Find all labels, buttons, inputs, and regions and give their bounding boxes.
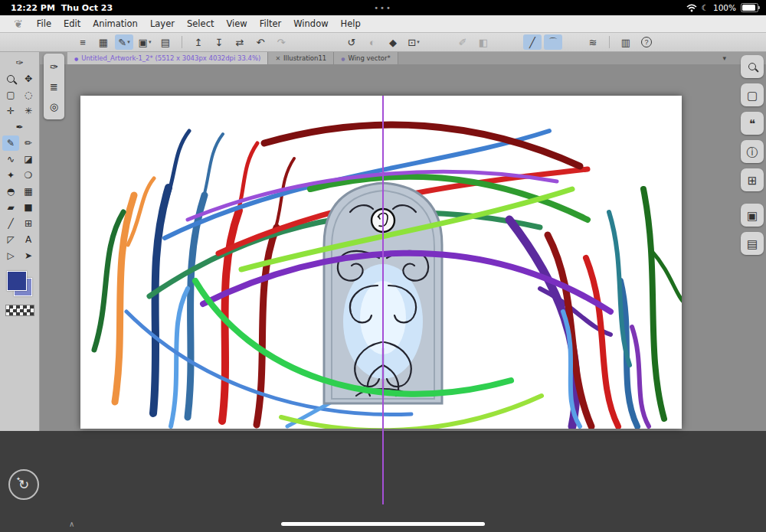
- crop-icon: ⊡: [408, 38, 416, 47]
- marquee-tool[interactable]: ▢: [2, 87, 19, 103]
- layer-panel-icon: ▤: [161, 38, 170, 47]
- flip-canvas-button[interactable]: ⇄: [231, 34, 249, 50]
- flip-canvas-icon: ⇄: [236, 38, 244, 47]
- gradient-button[interactable]: ◧: [474, 34, 493, 50]
- window-grid-button[interactable]: ⊞: [741, 168, 764, 191]
- canvas-rotate-reset-button[interactable]: ✦ ↻: [8, 469, 39, 500]
- brush-tool[interactable]: ✑: [11, 55, 28, 70]
- menu-filter[interactable]: Filter: [254, 16, 287, 32]
- canvas[interactable]: [80, 96, 682, 429]
- information-button[interactable]: ⓘ: [741, 140, 764, 163]
- import-button[interactable]: ↧: [210, 34, 228, 50]
- tool-row: ✒: [2, 119, 37, 135]
- tab-illustration11[interactable]: ✕ Illustration11: [268, 52, 334, 64]
- sub-tool-button[interactable]: ✑: [47, 59, 62, 74]
- vertical-guide-line[interactable]: [382, 96, 384, 504]
- polyline-tool[interactable]: ◸: [2, 232, 19, 247]
- export-icon: ↥: [195, 38, 203, 47]
- opacity-button[interactable]: ◐: [363, 34, 381, 50]
- expand-chevron-icon[interactable]: ∧: [69, 520, 74, 528]
- main-menu-button[interactable]: ≡: [74, 34, 92, 50]
- rotate-canvas-button[interactable]: ↺: [342, 34, 361, 50]
- redo-button[interactable]: ↷: [272, 34, 290, 50]
- panel-dock: ▢❝ⓘ⊞▣▤: [741, 55, 764, 255]
- polygon-tool-icon: ▷: [7, 251, 14, 260]
- tab-wing-vector[interactable]: ● Wing vector*: [334, 52, 398, 64]
- hand-tool[interactable]: ✥: [20, 71, 37, 86]
- subview-button[interactable]: ▣: [741, 204, 764, 227]
- color-swatches: [7, 271, 33, 297]
- help-icon: ?: [641, 37, 652, 47]
- notebook-button[interactable]: ▥: [617, 34, 635, 50]
- curve-mode-button[interactable]: ⌒: [544, 34, 562, 50]
- close-icon[interactable]: ✕: [275, 55, 280, 62]
- app-logo-icon[interactable]: ❦: [14, 18, 23, 30]
- layer-panel-button[interactable]: ▤: [156, 34, 175, 50]
- line-mode-button[interactable]: ╱: [523, 34, 542, 50]
- stroke-width-button[interactable]: ≋: [584, 34, 602, 50]
- export-button[interactable]: ↥: [189, 34, 208, 50]
- spark-icon: ✦: [16, 476, 21, 482]
- transparent-color-swatch[interactable]: [5, 305, 34, 316]
- undo-button[interactable]: ↶: [251, 34, 270, 50]
- search-button[interactable]: [741, 55, 764, 78]
- tab-untitled-artwork[interactable]: ● Untitled_Artwork-1_2* (5512 x 3043px 4…: [67, 52, 268, 64]
- blend-tool[interactable]: ❍: [20, 168, 37, 183]
- subview-icon: ▣: [747, 210, 758, 221]
- vector-tool[interactable]: ∿: [2, 152, 19, 167]
- sub-tool-panel: ✑≣◎: [44, 54, 64, 119]
- select-overlay-button[interactable]: ▦: [94, 34, 113, 50]
- menu-select[interactable]: Select: [181, 16, 220, 32]
- menu-help[interactable]: Help: [335, 16, 367, 32]
- text-tool[interactable]: A: [20, 232, 37, 247]
- object-tool[interactable]: ➤: [20, 248, 37, 263]
- tab-overflow-button[interactable]: ▾: [718, 52, 731, 64]
- layers-button[interactable]: ▤: [741, 232, 764, 255]
- pencil-tool[interactable]: ✎: [2, 135, 19, 151]
- grid-tool[interactable]: ⊞: [20, 216, 37, 231]
- menu-edit[interactable]: Edit: [57, 16, 87, 32]
- menu-window[interactable]: Window: [287, 16, 334, 32]
- multitask-dots[interactable]: •••: [0, 4, 766, 12]
- transform-icon: ▣: [139, 38, 148, 47]
- line-figure-tool[interactable]: ╱: [2, 216, 19, 231]
- pen-tool[interactable]: ✏: [20, 135, 37, 151]
- menu-view[interactable]: View: [220, 16, 253, 32]
- eraser-block-tool[interactable]: ▰: [2, 200, 19, 215]
- blend-mode-icon: ◆: [389, 38, 397, 47]
- tool-row: ▷➤: [2, 248, 37, 263]
- transform-button[interactable]: ▣▾: [136, 34, 154, 50]
- menu-animation[interactable]: Animation: [87, 16, 144, 32]
- quick-access-button[interactable]: ❝: [741, 112, 764, 135]
- solid-tool[interactable]: ■: [20, 200, 37, 215]
- fill-tool[interactable]: ◓: [2, 184, 19, 199]
- brush-size-button[interactable]: ◎: [47, 99, 62, 114]
- blend-mode-button[interactable]: ◆: [384, 34, 402, 50]
- home-indicator[interactable]: [281, 522, 485, 526]
- tool-property-button[interactable]: ≣: [47, 79, 62, 94]
- selection-pen-button[interactable]: ✐: [453, 34, 472, 50]
- polygon-tool[interactable]: ▷: [2, 248, 19, 263]
- pattern-tool[interactable]: ▦: [20, 184, 37, 199]
- opacity-icon: ◐: [369, 38, 375, 47]
- primary-color-swatch[interactable]: [7, 271, 27, 291]
- display-button[interactable]: ▢: [741, 83, 764, 106]
- zoom-tool[interactable]: [2, 71, 19, 86]
- move-tool[interactable]: ✛: [2, 103, 19, 119]
- edit-mode-button[interactable]: ✎▾: [115, 34, 133, 50]
- snap-tool[interactable]: ✳: [20, 103, 37, 119]
- grid-tool-icon: ⊞: [25, 219, 32, 228]
- eraser-tool[interactable]: ◪: [20, 152, 37, 167]
- paint-tool[interactable]: ✦: [2, 168, 19, 183]
- gradient-icon: ◧: [479, 38, 488, 47]
- crop-button[interactable]: ⊡▾: [404, 34, 423, 50]
- menu-file[interactable]: File: [31, 16, 57, 32]
- help-button[interactable]: ?: [637, 34, 656, 50]
- vector-tool-icon: ∿: [7, 155, 15, 164]
- curve-mode-icon: ⌒: [548, 38, 558, 47]
- notebook-icon: ▥: [621, 38, 630, 47]
- lasso-tool[interactable]: ◌: [20, 87, 37, 103]
- eyedropper-tool[interactable]: ✒: [11, 119, 28, 135]
- tool-row: ✦❍: [2, 168, 37, 183]
- menu-layer[interactable]: Layer: [144, 16, 181, 32]
